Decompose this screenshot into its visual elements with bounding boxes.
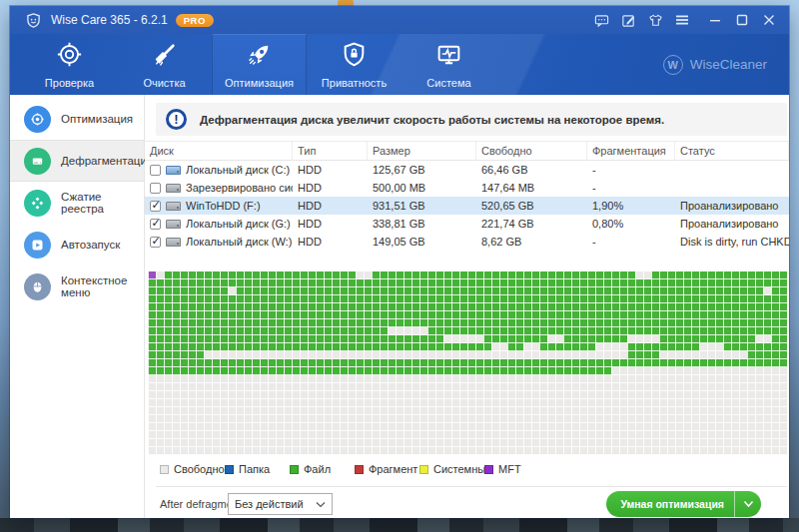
blockmap-run-file	[771, 287, 787, 295]
brand: W WiseCleaner	[663, 34, 767, 95]
blockmap-run-free	[699, 343, 723, 351]
sidebar-item-0[interactable]: Оптимизация	[10, 98, 144, 140]
drive-checkbox[interactable]	[150, 201, 161, 212]
blockmap-run-free	[148, 431, 787, 439]
desktop-bottom-strip	[0, 518, 799, 532]
nav-tab-system[interactable]: Система	[401, 34, 496, 95]
legend-swatch	[355, 465, 364, 474]
sidebar-item-4[interactable]: Контекстное меню	[10, 266, 144, 307]
drive-cell: WinToHDD (F:)	[145, 200, 293, 212]
sidebar-item-label: Дефрагментация	[61, 155, 153, 167]
blockmap-run-free	[388, 327, 427, 335]
column-header[interactable]: Фрагментация	[587, 142, 675, 160]
column-header[interactable]: Размер	[368, 142, 476, 160]
table-row[interactable]: Локальный диск (C:)HDD125,67 GB66,46 GB-	[145, 161, 789, 179]
drive-type: HDD	[293, 218, 368, 230]
drive-name: Локальный диск (W:)	[186, 236, 292, 248]
column-header[interactable]: Свободно	[476, 142, 587, 160]
window-title: Wise Care 365 - 6.2.1	[51, 13, 168, 27]
drive-frag: 1,90%	[587, 200, 675, 212]
menu-icon[interactable]	[672, 10, 692, 30]
drive-checkbox[interactable]	[150, 219, 161, 230]
drive-checkbox[interactable]	[150, 165, 161, 176]
drive-size: 125,67 GB	[368, 164, 476, 176]
blockmap-row	[148, 343, 787, 351]
monitor-pulse-icon	[435, 41, 462, 72]
blockmap-run-free	[148, 415, 787, 423]
smart-optimize-button[interactable]: Умная оптимизация	[606, 491, 761, 517]
smart-optimize-label: Умная оптимизация	[606, 498, 734, 510]
blockmap-row	[148, 335, 787, 343]
blockmap-run-mft	[148, 271, 156, 279]
skin-shirt-icon[interactable]	[645, 10, 665, 30]
after-defrag-select[interactable]: Без действий	[228, 493, 333, 515]
table-row[interactable]: Локальный диск (W:)HDD149,05 GB8,62 GB-D…	[145, 233, 789, 251]
sidebar-item-2[interactable]: Сжатие реестра	[10, 182, 144, 224]
feedback-icon[interactable]	[591, 10, 611, 30]
blockmap-run-file	[627, 343, 699, 351]
blockmap-row	[148, 415, 787, 423]
diamonds-icon	[24, 190, 51, 217]
drive-frag: -	[587, 182, 675, 194]
blockmap-row	[148, 311, 787, 319]
drive-checkbox[interactable]	[150, 183, 161, 194]
drive-status: Проанализировано	[675, 218, 789, 230]
maximize-button[interactable]	[732, 10, 752, 30]
legend-swatch	[160, 465, 169, 474]
blockmap-row	[148, 351, 787, 359]
blockmap-run-free	[523, 343, 539, 351]
blockmap-run-file	[723, 343, 787, 351]
sidebar-item-label: Оптимизация	[61, 113, 133, 125]
drive-frag: 0,80%	[587, 218, 675, 230]
drive-free: 520,65 GB	[476, 200, 587, 212]
legend-item: MFT	[484, 463, 549, 475]
blockmap-run-file	[164, 271, 356, 279]
blockmap-run-free	[148, 383, 787, 391]
blockmap-run-file	[747, 351, 787, 359]
blockmap-run-file	[651, 271, 787, 279]
blockmap-run-file	[148, 279, 787, 287]
nav-tab-label: Система	[426, 77, 470, 89]
blockmap-run-file	[148, 359, 787, 367]
nav-tab-optimize[interactable]: Оптимизация	[212, 34, 307, 95]
legend-label: Файл	[304, 463, 331, 475]
close-button[interactable]	[759, 10, 779, 30]
nav-tab-label: Проверка	[45, 77, 94, 89]
mouse-icon	[24, 273, 51, 300]
drive-table-header: ДискТипРазмерСвободноФрагментацияСтатус	[145, 141, 789, 161]
nav-tab-check[interactable]: Проверка	[22, 34, 117, 95]
broom-icon	[151, 41, 178, 72]
column-header[interactable]: Статус	[675, 142, 789, 160]
legend-swatch	[484, 465, 493, 474]
column-header[interactable]: Диск	[145, 142, 293, 160]
nav-tab-clean[interactable]: Очистка	[117, 34, 212, 95]
blockmap-run-free	[148, 447, 787, 455]
sidebar-item-3[interactable]: Автозапуск	[10, 224, 144, 266]
legend-item: Свободно	[160, 463, 225, 475]
blockmap-run-file	[236, 287, 763, 295]
chevron-down-icon[interactable]	[735, 500, 761, 508]
drive-checkbox[interactable]	[150, 237, 161, 248]
blockmap-run-file	[148, 351, 204, 359]
blockmap-run-file	[148, 311, 787, 319]
table-row[interactable]: WinToHDD (F:)HDD931,51 GB520,65 GB1,90%П…	[145, 197, 789, 215]
table-row[interactable]: Зарезервировано системой (D:)HDD500,00 M…	[145, 179, 789, 197]
blockmap-row	[148, 447, 787, 455]
blockmap-row	[148, 359, 787, 367]
drive-cell: Локальный диск (G:)	[145, 218, 293, 230]
drive-cell: Локальный диск (C:)	[145, 164, 293, 176]
blockmap-run-file	[627, 351, 659, 359]
table-row[interactable]: Локальный диск (G:)HDD338,81 GB221,74 GB…	[145, 215, 789, 233]
blockmap-run-file	[563, 335, 627, 343]
minimize-button[interactable]	[705, 10, 725, 30]
main-nav: ПроверкаОчисткаОптимизацияПриватностьСис…	[10, 34, 789, 95]
column-header[interactable]: Тип	[293, 142, 368, 160]
drive-icon	[166, 184, 181, 193]
sidebar-item-1[interactable]: Дефрагментация	[10, 140, 144, 182]
legend-item: Файл	[290, 463, 355, 475]
edit-note-icon[interactable]	[618, 10, 638, 30]
brand-name: WiseCleaner	[690, 57, 767, 72]
nav-tab-privacy[interactable]: Приватность	[307, 34, 401, 95]
titlebar: Wise Care 365 - 6.2.1 PRO	[10, 6, 789, 34]
drive-type: HDD	[293, 182, 368, 194]
